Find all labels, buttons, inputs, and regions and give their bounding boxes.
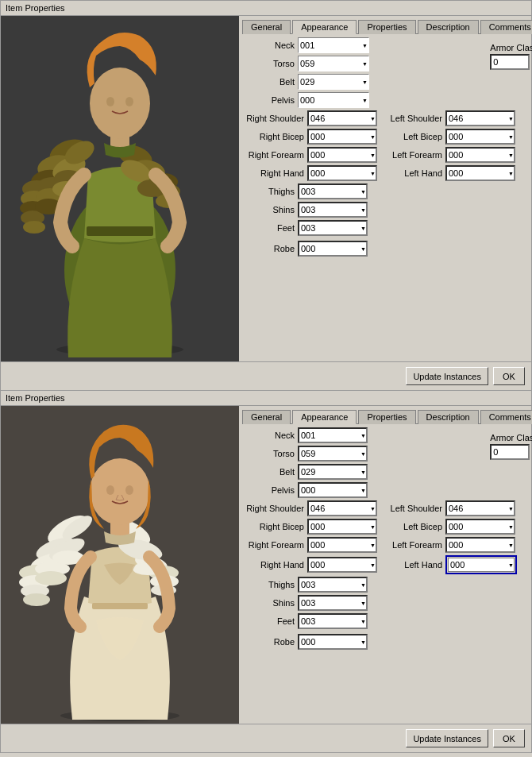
right-bicep-select-bottom[interactable]: 000 xyxy=(307,519,377,535)
belt-select-bottom[interactable]: 029 xyxy=(298,464,368,480)
update-instances-btn-top[interactable]: Update Instances xyxy=(406,367,488,385)
svg-point-55 xyxy=(125,485,133,495)
tab-general-bottom[interactable]: General xyxy=(242,410,291,424)
top-two-col-fields: Right Shoulder 046 Left Shoulder 046 Rig… xyxy=(242,110,532,181)
right-shoulder-select-top[interactable]: 046 xyxy=(307,110,377,126)
pelvis-select-bottom[interactable]: 000 xyxy=(298,482,368,498)
ok-btn-bottom[interactable]: OK xyxy=(493,729,525,747)
thighs-select-bottom[interactable]: 003 xyxy=(298,577,368,593)
torso-label-bottom: Torso xyxy=(250,449,298,458)
feet-select-bottom[interactable]: 003 xyxy=(298,613,368,629)
shins-wrapper-bottom: 003 xyxy=(298,595,368,611)
shins-select-top[interactable]: 003 xyxy=(298,202,368,218)
bottom-bottom-center-fields: Thighs 003 Shins 003 Feet 003 xyxy=(242,577,532,629)
neck-wrapper-bottom: 001 xyxy=(298,427,368,443)
left-forearm-select-bottom[interactable]: 000 xyxy=(445,537,515,553)
armor-class-input-bottom[interactable] xyxy=(490,444,530,460)
top-robe-field: Robe 000 xyxy=(250,241,532,257)
left-bicep-label-top: Left Bicep xyxy=(380,132,445,141)
bottom-panel: Item Properties xyxy=(0,391,532,753)
right-hand-label-bottom: Right Hand xyxy=(242,560,307,570)
robe-select-bottom[interactable]: 000 xyxy=(298,634,368,650)
top-preview-area xyxy=(1,16,239,361)
right-hand-wrapper-bottom: 000 xyxy=(307,557,377,573)
right-forearm-select-top[interactable]: 000 xyxy=(307,147,377,163)
left-shoulder-select-top[interactable]: 046 xyxy=(445,110,515,126)
tab-description-top[interactable]: Description xyxy=(418,20,479,34)
tab-appearance-bottom[interactable]: Appearance xyxy=(292,410,357,424)
right-bicep-wrapper-bottom: 000 xyxy=(307,519,377,535)
tab-comments-bottom[interactable]: Comments xyxy=(480,410,532,424)
left-bicep-label-bottom: Left Bicep xyxy=(380,522,445,531)
neck-select-top[interactable]: 001 xyxy=(298,37,369,53)
armor-class-input-top[interactable] xyxy=(490,54,530,70)
thighs-select-top[interactable]: 003 xyxy=(298,183,368,199)
shins-label-top: Shins xyxy=(250,205,298,214)
thighs-wrapper-top: 003 xyxy=(298,183,368,199)
feet-label-top: Feet xyxy=(250,223,298,233)
left-forearm-select-top[interactable]: 000 xyxy=(445,147,515,163)
left-bicep-select-bottom[interactable]: 000 xyxy=(445,519,515,535)
feet-select-top[interactable]: 003 xyxy=(298,220,368,236)
right-forearm-label-top: Right Forearm xyxy=(242,150,307,160)
pelvis-label-bottom: Pelvis xyxy=(250,485,298,495)
pelvis-select-wrapper-top: 000 xyxy=(298,92,369,108)
neck-select-wrapper-top: 001 xyxy=(298,37,369,53)
right-bicep-wrapper-top: 000 xyxy=(307,129,377,145)
left-forearm-label-bottom: Left Forearm xyxy=(380,540,445,550)
tab-properties-top[interactable]: Properties xyxy=(358,20,415,34)
right-forearm-wrapper-top: 000 xyxy=(307,147,377,163)
right-forearm-wrapper-bottom: 000 xyxy=(307,537,377,553)
tab-comments-top[interactable]: Comments xyxy=(480,20,532,34)
ok-btn-top[interactable]: OK xyxy=(493,367,525,385)
right-hand-select-top[interactable]: 000 xyxy=(307,165,377,181)
right-forearm-select-bottom[interactable]: 000 xyxy=(307,537,377,553)
left-shoulder-select-bottom[interactable]: 046 xyxy=(445,500,515,516)
tab-appearance-top[interactable]: Appearance xyxy=(292,20,357,34)
right-bicep-label-bottom: Right Bicep xyxy=(242,522,307,531)
shins-select-bottom[interactable]: 003 xyxy=(298,595,368,611)
robe-wrapper-bottom: 000 xyxy=(298,634,368,650)
belt-select-wrapper-top: 029 xyxy=(298,74,369,90)
update-instances-btn-bottom[interactable]: Update Instances xyxy=(406,729,488,747)
left-bicep-wrapper-top: 000 xyxy=(445,129,515,145)
left-forearm-label-top: Left Forearm xyxy=(380,150,445,160)
tab-general-top[interactable]: General xyxy=(242,20,291,34)
svg-point-38 xyxy=(23,593,50,606)
thighs-wrapper-bottom: 003 xyxy=(298,577,368,593)
neck-label-bottom: Neck xyxy=(250,431,298,440)
top-tabs: General Appearance Properties Descriptio… xyxy=(242,19,532,34)
left-bicep-select-top[interactable]: 000 xyxy=(445,129,515,145)
right-shoulder-select-bottom[interactable]: 046 xyxy=(307,500,377,516)
top-form-area: General Appearance Properties Descriptio… xyxy=(239,16,532,361)
top-center-fields: Neck 001 Torso 059 Belt 029 xyxy=(242,37,532,108)
belt-select-top[interactable]: 029 xyxy=(298,74,369,90)
robe-select-top[interactable]: 000 xyxy=(298,241,368,257)
right-hand-select-bottom[interactable]: 000 xyxy=(307,557,377,573)
tab-properties-bottom[interactable]: Properties xyxy=(358,410,415,424)
torso-select-bottom[interactable]: 059 xyxy=(298,446,368,462)
bottom-panel-title: Item Properties xyxy=(1,391,531,406)
armor-class-section-bottom: Armor Class xyxy=(490,433,532,460)
top-character-svg xyxy=(1,16,239,361)
tab-description-bottom[interactable]: Description xyxy=(418,410,479,424)
torso-select-top[interactable]: 059 xyxy=(298,56,369,71)
neck-select-bottom[interactable]: 001 xyxy=(298,427,368,443)
left-forearm-wrapper-top: 000 xyxy=(445,147,515,163)
pelvis-select-top[interactable]: 000 xyxy=(298,92,369,108)
left-shoulder-wrapper-bottom: 046 xyxy=(445,500,515,516)
left-forearm-wrapper-bottom: 000 xyxy=(445,537,515,553)
svg-point-26 xyxy=(90,68,150,139)
top-bottom-bar: Update Instances OK xyxy=(1,361,531,390)
torso-label-top: Torso xyxy=(250,59,298,68)
bottom-form-area: General Appearance Properties Descriptio… xyxy=(239,406,532,724)
bottom-character-preview xyxy=(1,406,239,724)
belt-label-bottom: Belt xyxy=(250,467,298,477)
shins-wrapper-top: 003 xyxy=(298,202,368,218)
left-hand-select-bottom[interactable]: 000 xyxy=(448,558,515,572)
right-shoulder-label-top: Right Shoulder xyxy=(242,114,307,123)
right-bicep-select-top[interactable]: 000 xyxy=(307,129,377,145)
left-hand-select-top[interactable]: 000 xyxy=(445,165,515,181)
svg-point-10 xyxy=(23,221,45,234)
belt-label-top: Belt xyxy=(250,77,298,87)
